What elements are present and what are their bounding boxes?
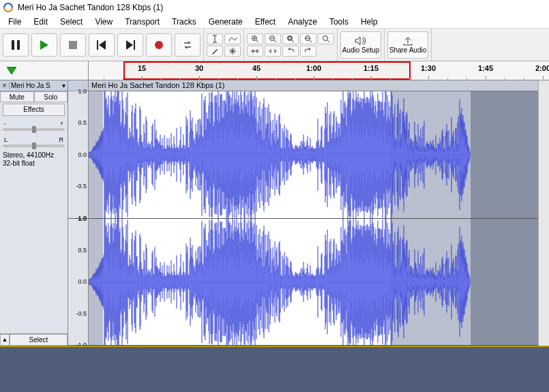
menu-file[interactable]: File [3, 16, 27, 28]
svg-rect-2 [17, 40, 20, 50]
skip-end-button[interactable] [117, 33, 143, 57]
play-button[interactable] [31, 33, 57, 57]
svg-point-9 [155, 41, 163, 49]
timeline-label: 1:30 [421, 64, 436, 72]
menu-select[interactable]: Select [55, 16, 88, 28]
audio-setup-label: Audio Setup [342, 46, 380, 54]
tools-group [204, 29, 244, 61]
menu-edit[interactable]: Edit [28, 16, 53, 28]
fit-selection-button[interactable] [282, 33, 299, 44]
audio-setup-button[interactable]: Audio Setup [340, 31, 381, 59]
app-icon [3, 2, 14, 13]
track-name[interactable]: Meri Ho Ja S [10, 82, 59, 89]
redo-button[interactable] [300, 46, 316, 57]
draw-tool[interactable] [207, 46, 223, 57]
waveform-right-channel[interactable] [89, 219, 538, 346]
waveform-area[interactable]: Meri Ho Ja Sachet Tandon 128 Kbps (1) [89, 80, 538, 346]
menu-tracks[interactable]: Tracks [166, 16, 202, 28]
clip-title[interactable]: Meri Ho Ja Sachet Tandon 128 Kbps (1) [89, 80, 538, 91]
zoom-toggle-button[interactable] [318, 33, 334, 44]
timeline-label: 15 [138, 64, 146, 72]
share-audio-label: Share Audio [389, 46, 427, 54]
menu-help[interactable]: Help [355, 16, 383, 28]
timeline-label: 1:15 [363, 64, 379, 72]
window-title: Meri Ho Ja Sachet Tandon 128 Kbps (1) [18, 3, 163, 12]
svg-rect-5 [97, 40, 98, 50]
menu-tools[interactable]: Tools [324, 16, 354, 28]
menu-effect[interactable]: Effect [250, 16, 281, 28]
selection-tool[interactable] [207, 33, 223, 44]
stop-button[interactable] [60, 33, 86, 57]
svg-rect-1 [12, 40, 14, 50]
share-audio-button[interactable]: Share Audio [387, 31, 428, 59]
track-collapse-button[interactable]: ▲ [0, 334, 10, 346]
fit-project-button[interactable] [300, 33, 316, 44]
vertical-scrollbar[interactable] [538, 80, 549, 346]
menu-bar: FileEditSelectViewTransportTracksGenerat… [0, 15, 549, 29]
timeline-label: 1:00 [306, 64, 321, 72]
track-close-button[interactable]: × [0, 82, 10, 89]
record-button[interactable] [146, 33, 172, 57]
pause-button[interactable] [3, 33, 29, 57]
share-icon [403, 36, 413, 46]
timeline-label: 45 [252, 64, 261, 72]
zoom-out-button[interactable] [265, 33, 281, 44]
gain-slider[interactable]: -+ [3, 120, 65, 132]
timeline[interactable]: 01530451:001:151:301:452:00 [0, 61, 549, 80]
track-header[interactable]: × Meri Ho Ja S ▾ [0, 80, 68, 91]
track-menu-button[interactable]: ▾ [59, 82, 68, 89]
track-control-panel: × Meri Ho Ja S ▾ Mute Solo Effects -+ LR… [0, 80, 68, 346]
timeline-label: 2:00 [535, 64, 549, 72]
menu-view[interactable]: View [89, 16, 118, 28]
timeline-track[interactable]: 01530451:001:151:301:452:00 [89, 61, 549, 80]
zoom-in-button[interactable] [247, 33, 263, 44]
multi-tool[interactable] [224, 46, 241, 57]
svg-marker-6 [99, 40, 106, 50]
timeline-left [0, 61, 89, 80]
effects-button[interactable]: Effects [3, 104, 65, 116]
pan-slider[interactable]: LR [3, 136, 65, 149]
transport-group [0, 29, 204, 61]
solo-button[interactable]: Solo [34, 91, 68, 102]
menu-analyze[interactable]: Analyze [282, 16, 323, 28]
playhead-icon [7, 67, 16, 75]
zoom-group [244, 29, 338, 61]
menu-generate[interactable]: Generate [203, 16, 248, 28]
skip-start-button[interactable] [89, 33, 115, 57]
waveform-left-channel[interactable] [89, 91, 538, 219]
track-select-row: ▲ Select [0, 333, 68, 346]
timeline-label: 1:45 [478, 64, 493, 72]
svg-rect-4 [69, 41, 77, 49]
title-bar: Meri Ho Ja Sachet Tandon 128 Kbps (1) [0, 0, 549, 15]
svg-rect-13 [288, 37, 291, 40]
envelope-tool[interactable] [224, 33, 241, 44]
speaker-icon [355, 36, 367, 46]
svg-marker-16 [7, 67, 16, 74]
loop-button[interactable] [175, 33, 201, 57]
trim-button[interactable] [247, 46, 263, 57]
svg-marker-3 [40, 40, 48, 50]
silence-button[interactable] [265, 46, 281, 57]
mute-button[interactable]: Mute [0, 91, 34, 102]
svg-rect-8 [134, 40, 135, 50]
svg-marker-7 [126, 40, 133, 50]
menu-transport[interactable]: Transport [119, 16, 165, 28]
svg-point-15 [323, 35, 328, 40]
track-select-button[interactable]: Select [10, 334, 68, 346]
track-format-info: Stereo, 44100Hz 32-bit float [0, 150, 68, 169]
tracks-area: × Meri Ho Ja S ▾ Mute Solo Effects -+ LR… [0, 80, 549, 346]
toolbar: Audio Setup Share Audio [0, 29, 549, 61]
status-footer [0, 346, 549, 392]
amplitude-ruler: 1.00.50.0-0.5-1.0 1.00.50.0-0.5-1.0 [68, 80, 89, 346]
setup-group: Audio Setup [338, 29, 385, 61]
undo-button[interactable] [282, 46, 299, 57]
share-group: Share Audio [385, 29, 432, 61]
timeline-label: 30 [195, 64, 203, 72]
